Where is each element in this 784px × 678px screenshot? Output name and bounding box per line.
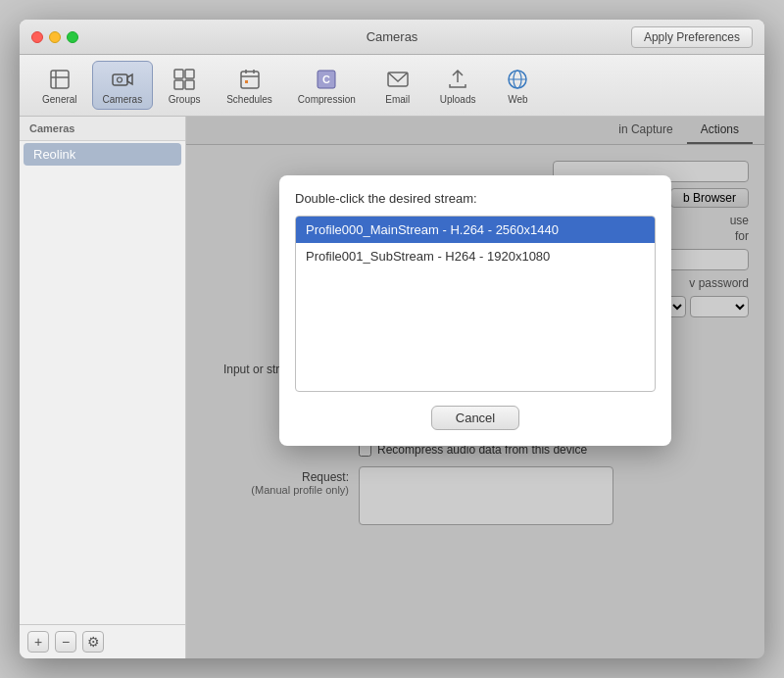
- app-window: Cameras Apply Preferences General: [20, 20, 764, 658]
- right-panel: in Capture Actions b Browser use for: [186, 117, 764, 658]
- uploads-icon: [444, 66, 471, 93]
- stream-item-main[interactable]: Profile000_MainStream - H.264 - 2560x144…: [296, 217, 655, 243]
- stream-item-sub[interactable]: Profile001_SubStream - H264 - 1920x1080: [296, 243, 655, 269]
- modal-overlay: Double-click the desired stream: Profile…: [186, 117, 764, 658]
- toolbar-item-uploads[interactable]: Uploads: [429, 61, 487, 110]
- toolbar-item-general[interactable]: General: [31, 61, 88, 110]
- traffic-lights: [31, 31, 78, 43]
- svg-rect-13: [245, 80, 248, 83]
- main-content: Cameras Reolink + − ⚙ in Capture Actions: [20, 117, 764, 658]
- schedules-icon: [236, 66, 264, 93]
- modal-footer: Cancel: [295, 406, 656, 430]
- cancel-button[interactable]: Cancel: [431, 406, 519, 430]
- maximize-button[interactable]: [67, 31, 78, 43]
- apply-preferences-button[interactable]: Apply Preferences: [631, 26, 753, 48]
- toolbar-label-schedules: Schedules: [226, 94, 272, 105]
- choose-stream-modal: Double-click the desired stream: Profile…: [279, 175, 671, 446]
- toolbar-label-compression: Compression: [298, 94, 356, 105]
- toolbar-label-email: Email: [385, 94, 410, 105]
- svg-rect-8: [185, 80, 194, 89]
- svg-rect-0: [51, 71, 69, 88]
- general-icon: [46, 66, 74, 93]
- web-icon: [504, 66, 531, 93]
- svg-text:C: C: [322, 73, 330, 85]
- toolbar-label-cameras: Cameras: [103, 94, 143, 105]
- toolbar-label-web: Web: [508, 94, 527, 105]
- toolbar-item-cameras[interactable]: Cameras: [92, 61, 154, 110]
- svg-point-4: [117, 77, 122, 82]
- add-camera-button[interactable]: +: [27, 631, 49, 653]
- toolbar-label-uploads: Uploads: [440, 94, 476, 105]
- toolbar-label-general: General: [42, 94, 77, 105]
- sidebar-item-reolink[interactable]: Reolink: [24, 143, 181, 166]
- groups-icon: [171, 66, 198, 93]
- svg-rect-3: [113, 74, 127, 85]
- sidebar: Cameras Reolink + − ⚙: [20, 117, 186, 658]
- toolbar: General Cameras Groups: [20, 55, 764, 117]
- close-button[interactable]: [31, 31, 43, 43]
- svg-rect-6: [185, 70, 194, 78]
- cameras-icon: [109, 66, 136, 93]
- window-title: Cameras: [367, 29, 418, 44]
- svg-rect-5: [174, 70, 183, 78]
- toolbar-item-web[interactable]: Web: [490, 61, 545, 110]
- minimize-button[interactable]: [49, 31, 61, 43]
- svg-rect-7: [174, 80, 183, 89]
- sidebar-footer: + − ⚙: [20, 624, 185, 658]
- toolbar-label-groups: Groups: [169, 94, 201, 105]
- toolbar-item-compression[interactable]: C Compression: [287, 61, 367, 110]
- toolbar-item-groups[interactable]: Groups: [157, 61, 212, 110]
- svg-rect-9: [241, 72, 259, 88]
- compression-icon: C: [313, 66, 340, 93]
- email-icon: [384, 66, 412, 93]
- toolbar-item-schedules[interactable]: Schedules: [216, 61, 283, 110]
- camera-settings-button[interactable]: ⚙: [82, 631, 104, 653]
- sidebar-header: Cameras: [20, 117, 185, 141]
- toolbar-item-email[interactable]: Email: [370, 61, 425, 110]
- titlebar: Cameras Apply Preferences: [20, 20, 764, 55]
- stream-list: Profile000_MainStream - H.264 - 2560x144…: [295, 216, 656, 392]
- remove-camera-button[interactable]: −: [55, 631, 76, 653]
- modal-title: Double-click the desired stream:: [295, 191, 656, 206]
